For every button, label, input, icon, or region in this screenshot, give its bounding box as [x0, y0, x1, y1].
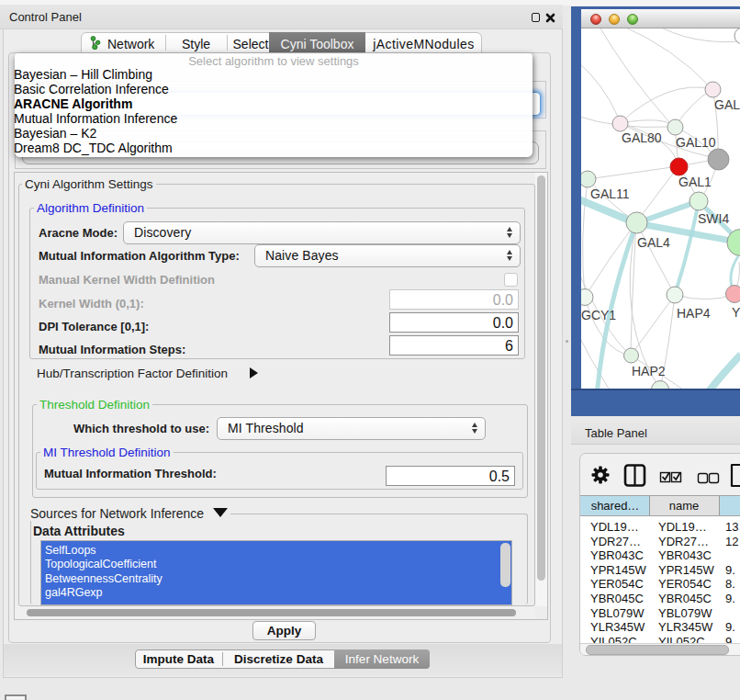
svg-text:GAL80: GAL80 — [622, 130, 662, 145]
svg-text:SWI4: SWI4 — [698, 211, 729, 226]
svg-text:GAL10: GAL10 — [676, 135, 716, 150]
svg-text:GAL1: GAL1 — [678, 175, 712, 189]
svg-text:GCY1: GCY1 — [581, 308, 616, 322]
svg-text:GAL2: GAL2 — [714, 97, 740, 112]
svg-text:GAL11: GAL11 — [590, 186, 630, 201]
svg-text:GAL4: GAL4 — [637, 235, 670, 250]
svg-text:Y: Y — [732, 305, 740, 320]
svg-text:HAP4: HAP4 — [677, 306, 711, 321]
svg-text:HAP2: HAP2 — [632, 364, 666, 378]
